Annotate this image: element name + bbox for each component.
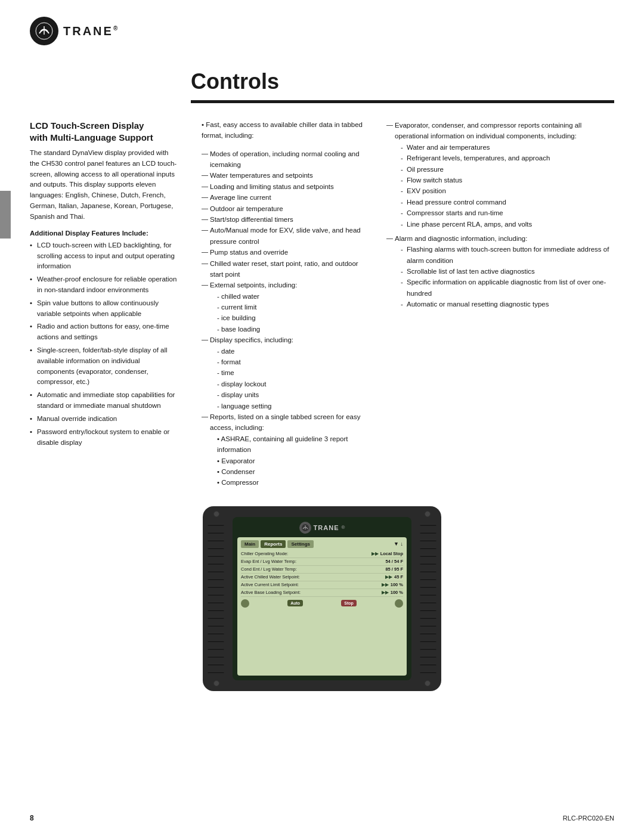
vent-line	[208, 532, 224, 534]
page-title-section: Controls	[0, 45, 644, 103]
vent-line	[208, 586, 224, 588]
list-item: Oil pressure	[401, 164, 614, 175]
lcd-value: 100 %	[391, 590, 403, 595]
doc-number: RLC-PRC020-EN	[563, 815, 614, 822]
list-item: • Compressor	[202, 477, 365, 488]
lcd-label: Active Chilled Water Setpoint:	[241, 574, 383, 580]
list-item: EXV position	[401, 185, 614, 196]
right-column: Evaporator, condenser, and compressor re…	[376, 120, 614, 488]
list-item: Water and air temperatures	[401, 142, 614, 153]
list-item: Compressor starts and run-time	[401, 208, 614, 218]
vent-line	[420, 594, 436, 596]
list-item: Line phase percent RLA, amps, and volts	[401, 219, 614, 230]
vent-line	[420, 602, 436, 603]
vent-line	[420, 547, 436, 549]
content-area: LCD Touch-Screen Display with Multi-Lang…	[0, 103, 644, 488]
vent-line	[420, 524, 436, 526]
vent-line	[208, 555, 224, 557]
vent-line	[208, 656, 224, 658]
list-item: Outdoor air temperature	[202, 203, 365, 214]
vent-line	[420, 571, 436, 572]
vent-line	[420, 648, 436, 650]
vent-line	[420, 656, 436, 658]
list-item: Chilled water reset, start point, ratio,…	[202, 258, 365, 280]
vent-line	[208, 648, 224, 650]
list-item: - ice building	[202, 312, 365, 323]
lcd-value: 45 F	[394, 574, 403, 580]
lcd-label: Chiller Operating Mode:	[241, 551, 370, 556]
vent-line	[208, 633, 224, 634]
vent-line	[420, 664, 436, 665]
vent-line	[420, 633, 436, 634]
lcd-tabs: Main Reports Settings ▼ ↓	[241, 540, 403, 548]
vent-line	[208, 664, 224, 665]
screw-top-right	[425, 511, 431, 517]
list-item: Alarm and diagnostic information, includ…	[386, 233, 614, 310]
vent-line	[420, 532, 436, 534]
list-item: Flashing alarms with touch-screen button…	[401, 244, 614, 266]
lcd-circle-button[interactable]	[241, 599, 249, 608]
vent-line	[208, 671, 224, 673]
device-section: TRANE ® Main Reports Settings ▼ ↓ Chille…	[0, 488, 644, 691]
vent-line	[208, 524, 224, 526]
page-title: Controls	[191, 69, 614, 94]
list-item: Pump status and override	[202, 247, 365, 258]
features-list: LCD touch-screen with LED backlighting, …	[30, 240, 179, 448]
list-item: - chilled water	[202, 291, 365, 302]
lcd-stop-button[interactable]: Stop	[341, 600, 357, 606]
list-item: - display units	[202, 389, 365, 400]
list-item: Reports, listed on a single tabbed scree…	[202, 411, 365, 433]
list-item: • Evaporator	[202, 456, 365, 466]
lcd-value: 85 / 95 F	[385, 566, 403, 572]
lcd-circle-button-right[interactable]	[395, 599, 403, 608]
lcd-row-3: Active Chilled Water Setpoint: ▶▶ 45 F	[241, 574, 403, 581]
lcd-screen: Main Reports Settings ▼ ↓ Chiller Operat…	[237, 537, 407, 676]
list-item: - language setting	[202, 401, 365, 411]
list-item: Refrigerant levels, temperatures, and ap…	[401, 153, 614, 163]
vent-line	[208, 602, 224, 603]
list-item: • ASHRAE, containing all guideline 3 rep…	[202, 433, 365, 456]
list-item: Display specifics, including:	[202, 335, 365, 345]
vent-line	[420, 586, 436, 588]
lcd-arrows: ▶▶	[371, 551, 379, 556]
list-item: - base loading	[202, 324, 365, 335]
screen-bezel: TRANE ® Main Reports Settings ▼ ↓ Chille…	[233, 517, 411, 680]
list-item: - current limit	[202, 302, 365, 312]
lcd-label: Evap Ent / Lvg Water Temp:	[241, 559, 382, 564]
bullet-dot: •	[202, 121, 204, 128]
section-heading: LCD Touch-Screen Display with Multi-Lang…	[30, 120, 179, 143]
lcd-tab-settings[interactable]: Settings	[287, 540, 314, 548]
list-item: - display lockout	[202, 379, 365, 389]
list-item: - date	[202, 346, 365, 357]
screw-top-left	[213, 511, 219, 517]
list-item: Automatic or manual resetting diagnostic…	[401, 299, 614, 309]
lcd-tab-reports[interactable]: Reports	[261, 540, 286, 548]
list-item: Automatic and immediate stop capabilitie…	[30, 390, 179, 411]
subsection-heading: Additional Display Features Include:	[30, 230, 179, 237]
list-item: Weather-proof enclosure for reliable ope…	[30, 274, 179, 296]
trane-logo-circle	[30, 17, 58, 45]
vent-line	[208, 625, 224, 627]
lcd-value: 100 %	[391, 582, 403, 587]
middle-column: • Fast, easy access to available chiller…	[191, 120, 376, 488]
vent-line	[208, 640, 224, 642]
list-item: Password entry/lockout system to enable …	[30, 427, 179, 448]
list-item: Head pressure control command	[401, 197, 614, 208]
lcd-value: Local Stop	[380, 551, 403, 556]
vent-line	[420, 617, 436, 619]
vent-line	[420, 563, 436, 565]
list-item: Evaporator, condenser, and compressor re…	[386, 120, 614, 230]
left-column: LCD Touch-Screen Display with Multi-Lang…	[30, 120, 191, 488]
vent-left	[208, 524, 224, 673]
list-item: - time	[202, 367, 365, 378]
lcd-tab-main[interactable]: Main	[241, 540, 259, 548]
list-item: LCD touch-screen with LED backlighting, …	[30, 240, 179, 272]
vent-line	[420, 578, 436, 580]
screw-bottom-left	[213, 680, 219, 686]
sidebar-accent	[0, 191, 11, 239]
lcd-row-1: Evap Ent / Lvg Water Temp: 54 / 54 F	[241, 558, 403, 566]
middle-list: Modes of operation, including normal coo…	[202, 148, 365, 488]
lcd-auto-button[interactable]: Auto	[287, 600, 303, 606]
right-list: Evaporator, condenser, and compressor re…	[386, 120, 614, 310]
vent-line	[420, 625, 436, 627]
